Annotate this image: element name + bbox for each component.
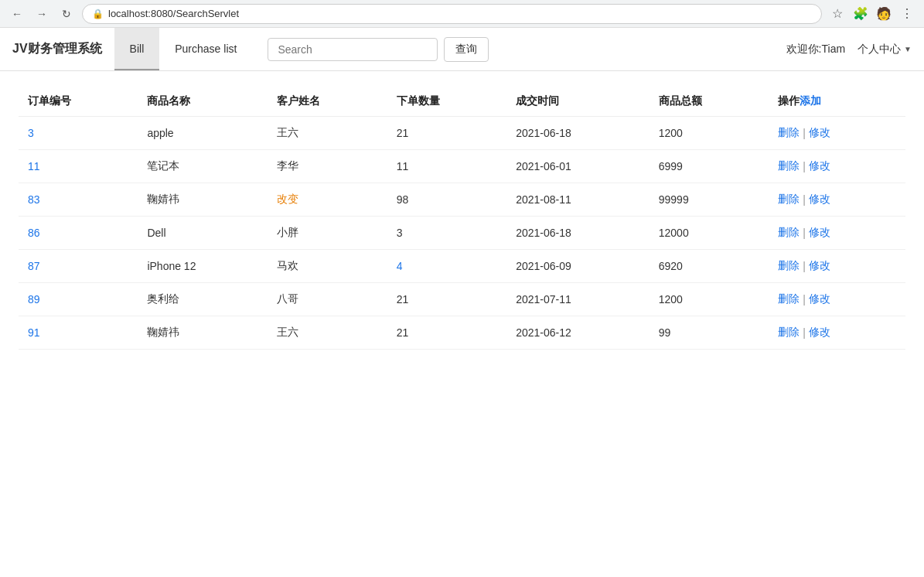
cell-product-name: 奥利给	[138, 283, 268, 316]
cell-total: 1200	[650, 117, 769, 150]
forward-button[interactable]: →	[32, 5, 51, 23]
cell-total: 1200	[650, 283, 769, 316]
search-area: 查询	[268, 37, 489, 62]
cell-action: 删除 | 修改	[769, 217, 905, 250]
action-separator: |	[803, 293, 806, 306]
cell-customer-name: 八哥	[268, 283, 387, 316]
tab-bill[interactable]: Bill	[114, 28, 160, 70]
cell-order-id: 87	[19, 250, 138, 283]
add-button[interactable]: 添加	[800, 94, 821, 108]
header-right: 欢迎你:Tiam 个人中心 ▼	[786, 43, 912, 56]
tab-purchase-list[interactable]: Purchase list	[159, 28, 252, 70]
user-center-menu[interactable]: 个人中心 ▼	[858, 43, 912, 56]
cell-total: 99	[650, 316, 769, 350]
extension-puzzle-icon[interactable]: 🧩	[851, 5, 870, 23]
cell-customer-name: 马欢	[268, 250, 387, 283]
app-logo: JV财务管理系统	[12, 41, 114, 57]
delete-button[interactable]: 删除	[778, 159, 800, 173]
cell-action: 删除 | 修改	[769, 250, 905, 283]
action-separator: |	[803, 160, 806, 172]
edit-button[interactable]: 修改	[809, 326, 830, 340]
cell-customer-name: 改变	[268, 183, 387, 217]
cell-action: 删除 | 修改	[769, 283, 905, 316]
cell-deal-time: 2021-06-01	[506, 150, 650, 183]
cell-product-name: 笔记本	[138, 150, 268, 183]
edit-button[interactable]: 修改	[809, 292, 830, 306]
url-bar[interactable]: 🔒 localhost:8080/SearchServlet	[82, 4, 822, 24]
cell-deal-time: 2021-06-18	[506, 117, 650, 150]
user-center-label: 个人中心	[858, 43, 901, 56]
cell-product-name: iPhone 12	[138, 250, 268, 283]
action-separator: |	[803, 260, 806, 272]
cell-order-id: 91	[19, 316, 138, 350]
delete-button[interactable]: 删除	[778, 292, 800, 306]
refresh-button[interactable]: ↻	[57, 5, 76, 23]
col-order-id: 订单编号	[19, 87, 138, 117]
app-header: JV财务管理系统 Bill Purchase list 查询 欢迎你:Tiam …	[0, 28, 924, 71]
table-row: 86 Dell 小胖 3 2021-06-18 12000 删除 | 修改	[19, 217, 905, 250]
cell-action: 删除 | 修改	[769, 316, 905, 350]
cell-order-id: 83	[19, 183, 138, 217]
edit-button[interactable]: 修改	[809, 159, 830, 173]
cell-product-name: 鞠婧祎	[138, 316, 268, 350]
action-separator: |	[803, 127, 806, 139]
table-row: 11 笔记本 李华 11 2021-06-01 6999 删除 | 修改	[19, 150, 905, 183]
col-product-name: 商品名称	[138, 87, 268, 117]
delete-button[interactable]: 删除	[778, 193, 800, 207]
cell-quantity: 21	[387, 283, 506, 316]
col-total: 商品总额	[650, 87, 769, 117]
table-body: 3 apple 王六 21 2021-06-18 1200 删除 | 修改 11…	[19, 117, 905, 350]
cell-deal-time: 2021-06-09	[506, 250, 650, 283]
cell-deal-time: 2021-08-11	[506, 183, 650, 217]
edit-button[interactable]: 修改	[809, 126, 830, 140]
table-header-row: 订单编号 商品名称 客户姓名 下单数量 成交时间 商品总额 操作 添加	[19, 87, 905, 117]
cell-deal-time: 2021-06-18	[506, 217, 650, 250]
secure-icon: 🔒	[92, 9, 104, 19]
delete-button[interactable]: 删除	[778, 259, 800, 273]
menu-icon[interactable]: ⋮	[898, 5, 916, 23]
nav-tabs: Bill Purchase list	[114, 28, 253, 70]
cell-customer-name: 王六	[268, 117, 387, 150]
profile-avatar[interactable]: 🧑	[875, 5, 893, 23]
cell-total: 6999	[650, 150, 769, 183]
search-input[interactable]	[268, 38, 438, 61]
delete-button[interactable]: 删除	[778, 226, 800, 240]
url-text: localhost:8080/SearchServlet	[108, 8, 239, 19]
cell-quantity: 4	[387, 250, 506, 283]
dropdown-arrow-icon: ▼	[904, 45, 912, 53]
cell-quantity: 21	[387, 316, 506, 350]
cell-quantity: 11	[387, 150, 506, 183]
cell-total: 6920	[650, 250, 769, 283]
cell-product-name: Dell	[138, 217, 268, 250]
back-button[interactable]: ←	[8, 5, 26, 23]
action-separator: |	[803, 326, 806, 339]
action-col-label: 操作	[778, 94, 800, 108]
main-content: 订单编号 商品名称 客户姓名 下单数量 成交时间 商品总额 操作 添加 3 ap…	[0, 71, 924, 365]
cell-customer-name: 王六	[268, 316, 387, 350]
cell-quantity: 98	[387, 183, 506, 217]
cell-order-id: 86	[19, 217, 138, 250]
col-quantity: 下单数量	[387, 87, 506, 117]
cell-action: 删除 | 修改	[769, 150, 905, 183]
cell-total: 99999	[650, 183, 769, 217]
bookmark-icon[interactable]: ☆	[828, 5, 847, 23]
delete-button[interactable]: 删除	[778, 326, 800, 340]
search-button[interactable]: 查询	[444, 37, 489, 62]
action-separator: |	[803, 193, 806, 206]
delete-button[interactable]: 删除	[778, 126, 800, 140]
cell-quantity: 3	[387, 217, 506, 250]
cell-action: 删除 | 修改	[769, 183, 905, 217]
cell-order-id: 11	[19, 150, 138, 183]
table-row: 83 鞠婧祎 改变 98 2021-08-11 99999 删除 | 修改	[19, 183, 905, 217]
cell-deal-time: 2021-07-11	[506, 283, 650, 316]
edit-button[interactable]: 修改	[809, 259, 830, 273]
edit-button[interactable]: 修改	[809, 193, 830, 207]
edit-button[interactable]: 修改	[809, 226, 830, 240]
action-separator: |	[803, 227, 806, 239]
orders-table: 订单编号 商品名称 客户姓名 下单数量 成交时间 商品总额 操作 添加 3 ap…	[19, 87, 905, 350]
col-action: 操作 添加	[769, 87, 905, 117]
cell-action: 删除 | 修改	[769, 117, 905, 150]
cell-order-id: 3	[19, 117, 138, 150]
cell-deal-time: 2021-06-12	[506, 316, 650, 350]
table-row: 91 鞠婧祎 王六 21 2021-06-12 99 删除 | 修改	[19, 316, 905, 350]
